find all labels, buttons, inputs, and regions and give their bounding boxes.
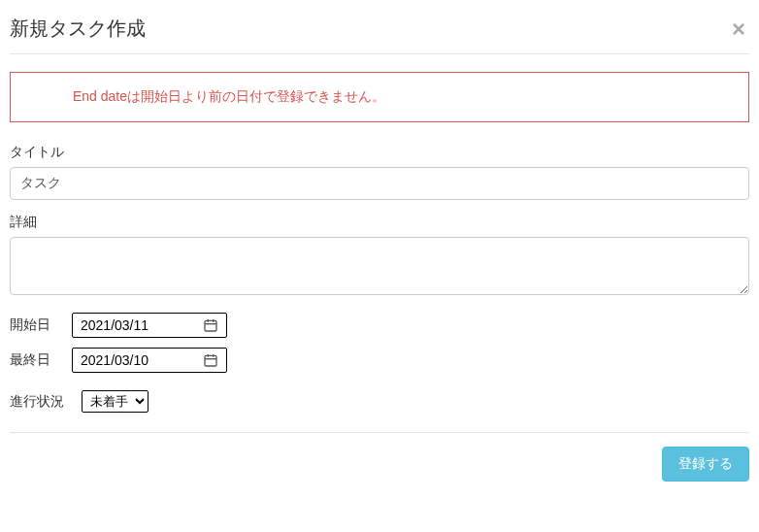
- title-input[interactable]: [10, 167, 749, 200]
- detail-textarea[interactable]: [10, 237, 749, 295]
- status-row: 進行状況 未着手: [10, 390, 749, 413]
- modal-footer: 登録する: [10, 432, 749, 482]
- start-date-row: 開始日 2021/03/11: [10, 313, 749, 338]
- modal-title: 新規タスク作成: [10, 16, 146, 42]
- close-button[interactable]: ×: [728, 17, 749, 41]
- error-message: End dateは開始日より前の日付で登録できません。: [73, 88, 385, 104]
- submit-button[interactable]: 登録する: [662, 447, 749, 482]
- new-task-modal: 新規タスク作成 × End dateは開始日より前の日付で登録できません。 タイ…: [0, 0, 759, 493]
- detail-label: 詳細: [10, 214, 749, 231]
- title-label: タイトル: [10, 144, 749, 161]
- error-alert: End dateは開始日より前の日付で登録できません。: [10, 72, 749, 122]
- svg-rect-4: [205, 355, 216, 366]
- start-date-input[interactable]: 2021/03/11: [72, 313, 227, 338]
- end-date-value: 2021/03/10: [81, 352, 148, 368]
- end-date-label: 最終日: [10, 351, 56, 369]
- status-select[interactable]: 未着手: [82, 390, 148, 413]
- calendar-icon: [203, 352, 218, 368]
- status-label: 進行状況: [10, 393, 64, 411]
- end-date-row: 最終日 2021/03/10: [10, 348, 749, 373]
- title-group: タイトル: [10, 144, 749, 200]
- svg-rect-0: [205, 320, 216, 331]
- start-date-label: 開始日: [10, 316, 56, 334]
- calendar-icon: [203, 317, 218, 333]
- modal-header: 新規タスク作成 ×: [10, 12, 749, 54]
- end-date-input[interactable]: 2021/03/10: [72, 348, 227, 373]
- detail-group: 詳細: [10, 214, 749, 299]
- start-date-value: 2021/03/11: [81, 317, 148, 333]
